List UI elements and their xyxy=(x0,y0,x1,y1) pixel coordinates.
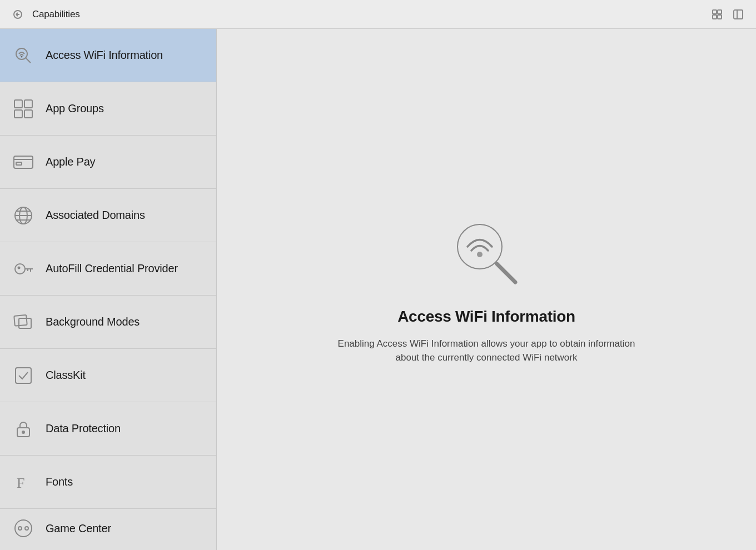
svg-point-40 xyxy=(477,252,483,257)
svg-rect-8 xyxy=(734,10,743,19)
svg-rect-5 xyxy=(718,10,722,14)
svg-point-25 xyxy=(15,264,25,274)
svg-rect-7 xyxy=(718,15,722,19)
svg-text:F: F xyxy=(17,475,24,491)
svg-rect-16 xyxy=(24,110,32,118)
svg-rect-31 xyxy=(19,318,31,328)
game-center-icon xyxy=(11,516,36,541)
titlebar: Capabilities xyxy=(0,0,756,29)
svg-point-29 xyxy=(18,266,21,269)
svg-rect-15 xyxy=(14,110,22,118)
svg-point-34 xyxy=(22,431,25,434)
sidebar-item-data-protection[interactable]: Data Protection xyxy=(0,402,216,456)
background-modes-icon xyxy=(11,310,36,334)
sidebar-item-label-game-center: Game Center xyxy=(46,522,111,535)
sidebar-item-label-app-groups: App Groups xyxy=(46,102,104,115)
sidebar: Access WiFi Information App Groups xyxy=(0,29,217,550)
svg-rect-32 xyxy=(16,368,31,383)
titlebar-left: Capabilities xyxy=(9,6,79,23)
svg-rect-13 xyxy=(14,100,22,108)
sidebar-item-label-autofill: AutoFill Credential Provider xyxy=(46,262,178,275)
sidebar-item-access-wifi[interactable]: Access WiFi Information xyxy=(0,29,216,82)
titlebar-right xyxy=(708,6,747,23)
sidebar-item-label-fonts: Fonts xyxy=(46,476,73,488)
sidebar-item-app-groups[interactable]: App Groups xyxy=(0,82,216,136)
svg-point-11 xyxy=(21,56,23,57)
fonts-icon: F xyxy=(11,470,36,494)
svg-rect-19 xyxy=(16,162,22,165)
svg-rect-30 xyxy=(14,314,27,326)
sidebar-item-label-access-wifi: Access WiFi Information xyxy=(46,49,163,62)
svg-line-12 xyxy=(26,58,31,63)
grid-view-button[interactable] xyxy=(708,6,726,23)
svg-line-41 xyxy=(497,264,515,282)
sidebar-item-label-classkit: ClassKit xyxy=(46,369,86,382)
svg-point-37 xyxy=(18,527,22,530)
detail-title: Access WiFi Information xyxy=(397,308,575,326)
lock-icon xyxy=(11,417,36,441)
detail-panel: Access WiFi Information Enabling Access … xyxy=(217,29,756,550)
app-groups-icon xyxy=(11,97,36,121)
sidebar-item-autofill[interactable]: AutoFill Credential Provider xyxy=(0,242,216,296)
svg-rect-14 xyxy=(24,100,32,108)
sidebar-item-label-associated-domains: Associated Domains xyxy=(46,209,145,222)
single-view-button[interactable] xyxy=(729,6,747,23)
wifi-search-icon xyxy=(11,43,36,68)
sidebar-item-label-apple-pay: Apple Pay xyxy=(46,156,95,168)
sidebar-item-classkit[interactable]: ClassKit xyxy=(0,349,216,402)
sidebar-item-apple-pay[interactable]: Apple Pay xyxy=(0,136,216,189)
detail-description: Enabling Access WiFi Information allows … xyxy=(331,337,642,365)
globe-icon xyxy=(11,203,36,228)
sidebar-item-label-background-modes: Background Modes xyxy=(46,316,140,328)
svg-rect-6 xyxy=(713,15,717,19)
svg-point-38 xyxy=(25,527,28,530)
sidebar-item-associated-domains[interactable]: Associated Domains xyxy=(0,189,216,242)
apple-pay-icon xyxy=(11,150,36,174)
classkit-icon xyxy=(11,363,36,388)
sidebar-item-background-modes[interactable]: Background Modes xyxy=(0,296,216,349)
svg-rect-4 xyxy=(713,10,717,14)
sidebar-item-fonts[interactable]: F Fonts xyxy=(0,456,216,509)
sidebar-item-game-center[interactable]: Game Center xyxy=(0,509,216,548)
svg-point-36 xyxy=(15,520,32,537)
key-icon xyxy=(11,257,36,281)
sidebar-item-label-data-protection: Data Protection xyxy=(46,422,121,435)
window-title: Capabilities xyxy=(32,9,79,20)
main-layout: Access WiFi Information App Groups xyxy=(0,29,756,550)
back-button[interactable] xyxy=(9,6,27,23)
detail-icon xyxy=(447,214,525,292)
